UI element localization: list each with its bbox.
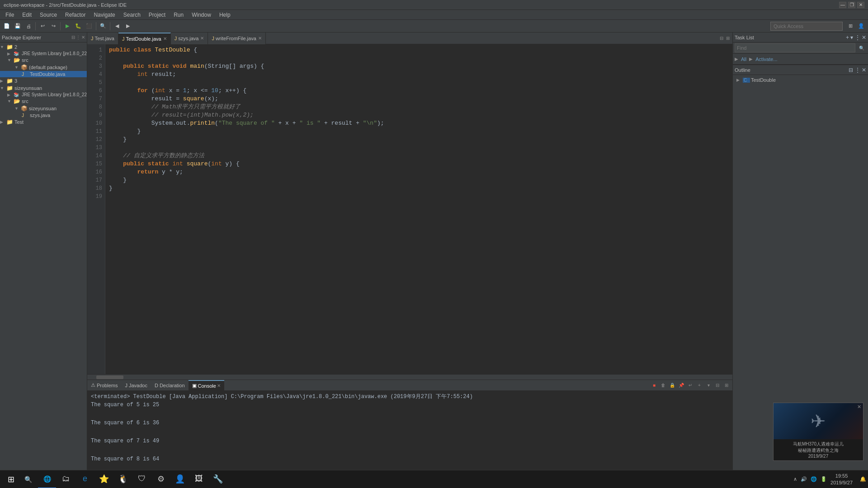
horizontal-scrollbar[interactable] <box>87 374 732 380</box>
editor-max-btn[interactable]: ⊞ <box>725 35 731 42</box>
taskbar-person-icon[interactable]: 👤 <box>171 470 189 488</box>
task-dropdown-btn[interactable]: ▾ <box>850 34 853 41</box>
tree-test[interactable]: ▶ 📁 Test <box>0 118 87 126</box>
console-stop-btn[interactable]: ■ <box>650 381 658 389</box>
console-min-btn[interactable]: ⊟ <box>713 381 722 389</box>
outline-testdouble[interactable]: ▶ C TestDouble <box>736 77 864 83</box>
tab-test-java[interactable]: J Test.java <box>87 33 118 44</box>
tree-sizeyunsuan[interactable]: ▼ 📁 sizeyunsuan <box>0 84 87 92</box>
taskbar-clock[interactable]: 19:55 2019/9/27 <box>830 473 853 486</box>
menu-project[interactable]: Project <box>145 11 169 19</box>
tb-person[interactable]: 👤 <box>856 21 866 31</box>
tab-close-btn[interactable]: ✕ <box>258 36 262 41</box>
tree-default-pkg[interactable]: ▼ 📦 (default package) <box>0 64 87 71</box>
minimize-button[interactable]: — <box>839 2 846 8</box>
menu-search[interactable]: Search <box>120 11 144 19</box>
tb-run[interactable]: ▶ <box>62 21 72 31</box>
tree-project-3[interactable]: ▶ 📁 3 <box>0 77 87 84</box>
start-button[interactable]: ⊞ <box>2 470 20 488</box>
taskbar-explorer-icon[interactable]: 🗂 <box>57 470 75 488</box>
taskbar-shield-icon[interactable]: 🛡 <box>133 470 151 488</box>
tree-jre-size[interactable]: ▶ 📚 JRE System Library [jre1.8.0_221] <box>0 92 87 98</box>
tab-close-btn[interactable]: ✕ <box>200 36 204 41</box>
tab-javadoc[interactable]: J Javadoc <box>121 380 151 391</box>
tb-persp[interactable]: ⊞ <box>845 21 855 31</box>
taskbar-photo-icon[interactable]: 🖼 <box>190 470 208 488</box>
menu-run[interactable]: Run <box>170 11 187 19</box>
outline-buttons[interactable]: ⊟ ⋮ ✕ <box>849 67 866 73</box>
task-add-btn[interactable]: + <box>846 34 849 41</box>
tree-jre-2[interactable]: ▶ 📚 JRE System Library [jre1.8.0_221] <box>0 51 87 56</box>
tb-prev[interactable]: ◀ <box>112 21 122 31</box>
console-max-btn[interactable]: ⊞ <box>722 381 731 389</box>
console-word-wrap-btn[interactable]: ↵ <box>686 381 694 389</box>
tab-writefromfile-java[interactable]: J writeFromFile.java ✕ <box>208 33 265 44</box>
tab-close-btn[interactable]: ✕ <box>163 36 167 41</box>
tree-testdouble[interactable]: J TestDouble.java <box>0 71 87 77</box>
tab-problems[interactable]: ⚠ Problems <box>87 380 121 391</box>
close-button[interactable]: ✕ <box>857 2 864 8</box>
tb-new[interactable]: 📄 <box>2 21 12 31</box>
task-find-input[interactable] <box>735 43 855 52</box>
tab-testdouble-java[interactable]: J TestDouble.java ✕ <box>118 33 171 44</box>
taskbar-search-btn[interactable]: 🔍 <box>20 471 36 488</box>
code-editor[interactable]: 12345 678910 1112131415 16171819 public … <box>87 44 732 374</box>
taskbar-star-icon[interactable]: ⭐ <box>95 470 113 488</box>
menu-window[interactable]: Window <box>188 11 215 19</box>
console-scroll-lock-btn[interactable]: 🔒 <box>668 381 676 389</box>
task-list-buttons[interactable]: + ▾ ⋮ ✕ <box>846 34 866 41</box>
maximize-button[interactable]: ❐ <box>848 2 855 8</box>
taskbar-app-icon[interactable]: 🔧 <box>209 470 227 488</box>
quick-access-bar[interactable] <box>770 22 843 31</box>
tree-sizeyunsuan-pkg[interactable]: ▼ 📦 sizeyunsuan <box>0 105 87 112</box>
task-find-button[interactable]: 🔍 <box>857 45 866 52</box>
quick-access-input[interactable] <box>774 23 840 29</box>
task-all-link[interactable]: All <box>741 56 746 62</box>
console-close-icon[interactable]: ✕ <box>217 383 221 388</box>
menu-help[interactable]: Help <box>216 11 234 19</box>
tb-undo[interactable]: ↩ <box>38 21 47 31</box>
tree-src-2[interactable]: ▼ 📂 src <box>0 56 87 64</box>
console-dropdown-btn[interactable]: ▾ <box>704 381 712 389</box>
pkg-menu-btn[interactable]: ⋮ <box>76 35 80 40</box>
notification-close-btn[interactable]: ✕ <box>857 404 861 410</box>
tree-szys[interactable]: J szys.java <box>0 112 87 118</box>
scrollbar-thumb[interactable] <box>96 375 123 379</box>
window-controls[interactable]: — ❐ ✕ <box>839 2 864 8</box>
taskbar-gear-icon[interactable]: ⚙ <box>152 470 170 488</box>
code-content[interactable]: public class TestDouble { public static … <box>105 44 732 374</box>
tb-print[interactable]: 🖨 <box>24 21 33 31</box>
menu-refactor[interactable]: Refactor <box>61 11 89 19</box>
console-new-btn[interactable]: + <box>695 381 703 389</box>
menu-source[interactable]: Source <box>36 11 61 19</box>
console-pin-btn[interactable]: 📌 <box>677 381 685 389</box>
tab-declaration[interactable]: D Declaration <box>151 380 189 391</box>
tree-project-2[interactable]: ▼ 📁 2 <box>0 43 87 51</box>
taskbar-volume-icon[interactable]: 🔊 <box>801 476 807 482</box>
tb-stop[interactable]: ⬛ <box>84 21 94 31</box>
menu-edit[interactable]: Edit <box>19 11 35 19</box>
task-menu-btn[interactable]: ⋮ <box>855 34 860 41</box>
package-explorer-buttons[interactable]: ⊟ ⋮ ✕ <box>71 35 85 40</box>
tb-debug[interactable]: 🐛 <box>73 21 83 31</box>
outline-menu-btn[interactable]: ⋮ <box>855 67 860 73</box>
tb-save[interactable]: 💾 <box>13 21 23 31</box>
console-clear-btn[interactable]: 🗑 <box>659 381 667 389</box>
pkg-collapse-btn[interactable]: ⊟ <box>71 35 75 40</box>
outline-close-btn[interactable]: ✕ <box>862 67 866 73</box>
tab-console[interactable]: ▣ Console ✕ <box>189 380 224 391</box>
menu-navigate[interactable]: Navigate <box>90 11 118 19</box>
tb-next[interactable]: ▶ <box>123 21 133 31</box>
taskbar-battery-icon[interactable]: 🔋 <box>821 476 827 482</box>
outline-collapse-btn[interactable]: ⊟ <box>849 67 853 73</box>
taskbar-edge-icon[interactable]: e <box>76 470 94 488</box>
taskbar-eclipse-icon[interactable]: 🌐 <box>38 470 56 488</box>
editor-min-btn[interactable]: ⊟ <box>719 35 724 42</box>
tb-redo[interactable]: ↪ <box>48 21 58 31</box>
tree-src-size[interactable]: ▼ 📂 src <box>0 98 87 105</box>
tab-szys-java[interactable]: J szys.java ✕ <box>171 33 208 44</box>
taskbar-network-icon[interactable]: 🌐 <box>811 476 817 482</box>
taskbar-linux-icon[interactable]: 🐧 <box>114 470 132 488</box>
taskbar-chevron-up[interactable]: ∧ <box>793 476 797 482</box>
task-activate-link[interactable]: Activate... <box>755 56 777 62</box>
